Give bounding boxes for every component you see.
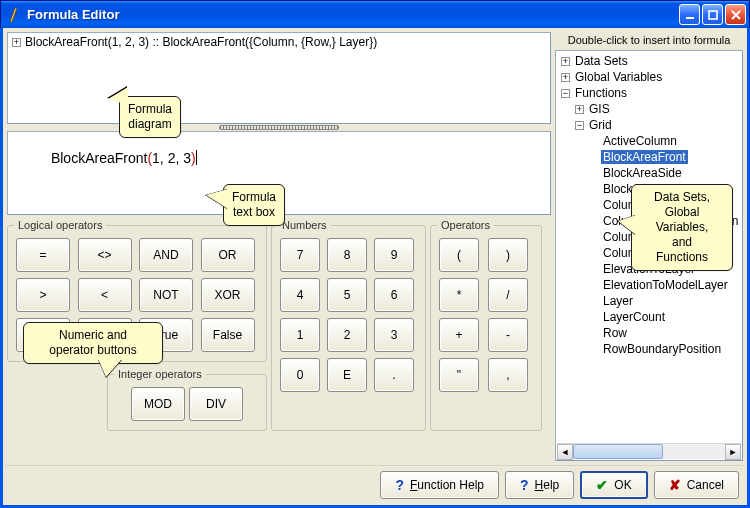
tree-item-gis[interactable]: +GIS	[559, 101, 741, 117]
operator-button-sym[interactable]: *	[439, 278, 479, 312]
tree-item-label: ActiveColumn	[601, 134, 679, 148]
logical-button-false[interactable]: False	[201, 318, 255, 352]
button-bar: ? Function Help ? Help ✔ OK ✘ Cancel	[5, 465, 745, 503]
tree-item-label: GIS	[587, 102, 612, 116]
svg-rect-0	[686, 17, 694, 19]
formula-text-prefix: BlockAreaFront	[51, 150, 147, 166]
question-icon: ?	[395, 477, 404, 493]
help-button[interactable]: ? Help	[505, 471, 574, 499]
horizontal-scrollbar[interactable]: ◄ ►	[557, 443, 741, 459]
number-button-5[interactable]: 5	[327, 278, 367, 312]
integer-operators-group: Integer operators MODDIV	[107, 368, 267, 431]
collapse-icon[interactable]: −	[575, 121, 584, 130]
numbers-legend: Numbers	[278, 219, 331, 231]
minimize-button[interactable]	[679, 4, 700, 25]
logical-button-not[interactable]: NOT	[139, 278, 193, 312]
operators-group: Operators ()*/+-",	[430, 219, 542, 431]
collapse-icon[interactable]: −	[561, 89, 570, 98]
number-button-e[interactable]: E	[327, 358, 367, 392]
tree-item-blockareaside[interactable]: BlockAreaSide	[559, 165, 741, 181]
callout-text: Formula text box	[232, 190, 276, 219]
integer-button-div[interactable]: DIV	[189, 387, 243, 421]
tree-item-label: LayerCount	[601, 310, 667, 324]
number-button-2[interactable]: 2	[327, 318, 367, 352]
tree-item-activecolumn[interactable]: ActiveColumn	[559, 133, 741, 149]
logical-button-or[interactable]: OR	[201, 238, 255, 272]
tree-item-label: BlockAreaSide	[601, 166, 684, 180]
callout-formula-diagram: Formula diagram	[119, 96, 181, 138]
number-button-9[interactable]: 9	[374, 238, 414, 272]
number-button-3[interactable]: 3	[374, 318, 414, 352]
logical-button-xor[interactable]: XOR	[201, 278, 255, 312]
tree-item-label: Row	[601, 326, 629, 340]
callout-formula-text-box: Formula text box	[223, 184, 285, 226]
tree-item-blockareafront[interactable]: BlockAreaFront	[559, 149, 741, 165]
function-help-button[interactable]: ? Function Help	[380, 471, 499, 499]
operator-button-sym[interactable]: +	[439, 318, 479, 352]
tree-item-rowboundaryposition[interactable]: RowBoundaryPosition	[559, 341, 741, 357]
logical-button-sym[interactable]: <>	[78, 238, 132, 272]
operators-legend: Operators	[437, 219, 494, 231]
number-button-0[interactable]: 0	[280, 358, 320, 392]
svg-rect-1	[709, 11, 717, 19]
tree-item-functions[interactable]: −Functions	[559, 85, 741, 101]
operator-button-sym[interactable]: ,	[488, 358, 528, 392]
formula-text-mid: 1, 2, 3	[152, 150, 191, 166]
tree-item-label: Data Sets	[573, 54, 630, 68]
tree-item-elevationtomodellayer[interactable]: ElevationToModelLayer	[559, 277, 741, 293]
number-button-6[interactable]: 6	[374, 278, 414, 312]
close-button[interactable]	[725, 4, 746, 25]
logical-button-sym[interactable]: <	[78, 278, 132, 312]
formula-diagram-panel[interactable]: + BlockAreaFront(1, 2, 3) :: BlockAreaFr…	[7, 32, 551, 124]
expand-icon[interactable]: +	[575, 105, 584, 114]
operator-button-sym[interactable]: /	[488, 278, 528, 312]
callout-text: Formula diagram	[128, 102, 172, 131]
scroll-right-icon[interactable]: ►	[725, 444, 741, 460]
question-icon: ?	[520, 477, 529, 493]
number-button-4[interactable]: 4	[280, 278, 320, 312]
window-title: Formula Editor	[27, 7, 677, 22]
tree-item-global-variables[interactable]: +Global Variables	[559, 69, 741, 85]
expand-icon[interactable]: +	[561, 57, 570, 66]
horizontal-splitter[interactable]	[7, 124, 551, 131]
tree-item-layer[interactable]: Layer	[559, 293, 741, 309]
logical-button-sym[interactable]: =	[16, 238, 70, 272]
operator-button-sym[interactable]: "	[439, 358, 479, 392]
caret-icon	[196, 150, 197, 165]
tree-item-layercount[interactable]: LayerCount	[559, 309, 741, 325]
tree-item-label: Functions	[573, 86, 629, 100]
formula-diagram-text: BlockAreaFront(1, 2, 3) :: BlockAreaFron…	[25, 35, 377, 49]
maximize-button[interactable]	[702, 4, 723, 25]
tree-item-data-sets[interactable]: +Data Sets	[559, 53, 741, 69]
logical-button-sym[interactable]: >	[16, 278, 70, 312]
number-button-sym[interactable]: .	[374, 358, 414, 392]
tree-item-label: ElevationToModelLayer	[601, 278, 730, 292]
tree-item-row[interactable]: Row	[559, 325, 741, 341]
callout-text: Numeric and operator buttons	[49, 328, 136, 357]
cancel-label: Cancel	[687, 478, 724, 492]
callout-text: Data Sets, Global Variables, and Functio…	[654, 190, 710, 264]
window-frame: + BlockAreaFront(1, 2, 3) :: BlockAreaFr…	[0, 28, 750, 508]
x-icon: ✘	[669, 477, 681, 493]
scroll-left-icon[interactable]: ◄	[557, 444, 573, 460]
tree-item-label: RowBoundaryPosition	[601, 342, 723, 356]
operator-button-sym[interactable]: -	[488, 318, 528, 352]
scroll-thumb[interactable]	[573, 444, 663, 459]
splitter-grip-icon	[219, 125, 339, 130]
tree-item-grid[interactable]: −Grid	[559, 117, 741, 133]
logical-operators-legend: Logical operators	[14, 219, 106, 231]
expand-icon[interactable]: +	[561, 73, 570, 82]
scroll-track[interactable]	[573, 444, 725, 459]
ok-button[interactable]: ✔ OK	[580, 471, 647, 499]
number-button-8[interactable]: 8	[327, 238, 367, 272]
expand-toggle-icon[interactable]: +	[12, 38, 21, 47]
ok-label: OK	[614, 478, 631, 492]
number-button-7[interactable]: 7	[280, 238, 320, 272]
logical-button-and[interactable]: AND	[139, 238, 193, 272]
number-button-1[interactable]: 1	[280, 318, 320, 352]
tree-item-label: Global Variables	[573, 70, 664, 84]
integer-button-mod[interactable]: MOD	[131, 387, 185, 421]
cancel-button[interactable]: ✘ Cancel	[654, 471, 739, 499]
operator-button-sym[interactable]: )	[488, 238, 528, 272]
operator-button-sym[interactable]: (	[439, 238, 479, 272]
